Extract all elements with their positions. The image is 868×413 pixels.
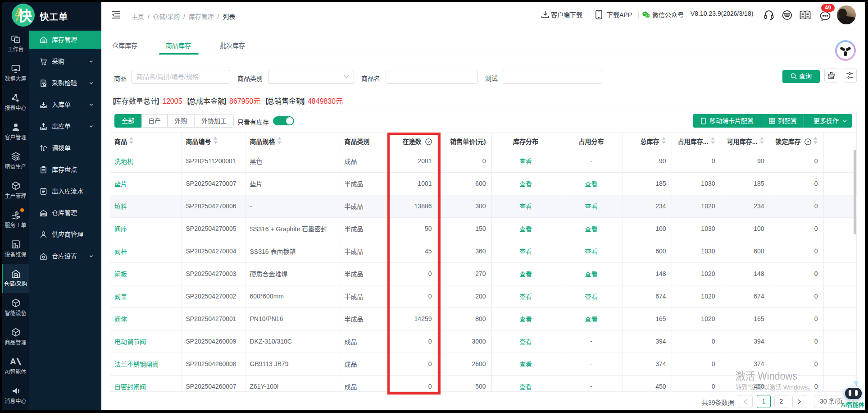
svg-text:?: ? (806, 139, 809, 144)
svg-text:快: 快 (18, 8, 32, 24)
svg-text:A: A (10, 357, 16, 366)
